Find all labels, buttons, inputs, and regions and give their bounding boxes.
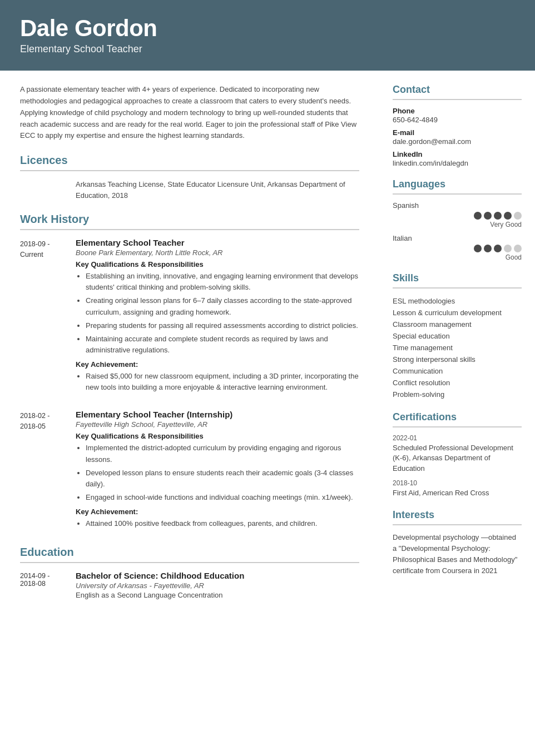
education-section: Education 2014-09 - 2018-08 Bachelor of … <box>20 546 359 599</box>
contact-divider <box>393 99 522 100</box>
certifications-divider <box>393 426 522 427</box>
edu-date-1: 2014-09 - 2018-08 <box>20 571 76 599</box>
lang-level-italian: Good <box>393 253 522 261</box>
work-job-title-2: Elementary School Teacher (Internship) <box>76 410 359 419</box>
contact-title: Contact <box>393 84 522 96</box>
cert-date-1: 2022-01 <box>393 434 522 442</box>
contact-section: Contact Phone 650-642-4849 E-mail dale.g… <box>393 84 522 167</box>
education-title: Education <box>20 546 359 559</box>
email-label: E-mail <box>393 128 522 137</box>
dot-1 <box>474 212 482 220</box>
skill-item: Strong interpersonal skills <box>393 354 522 365</box>
work-history-section: Work History 2018-09 - Current Elementar… <box>20 213 359 534</box>
interests-section: Interests Developmental psychology —obta… <box>393 509 522 577</box>
candidate-name: Dale Gordon <box>20 16 515 41</box>
edu-content-1: Bachelor of Science: Childhood Education… <box>76 571 359 599</box>
work-achieve-list-2: Attained 100% positive feedback from col… <box>86 518 359 529</box>
summary-text: A passionate elementary teacher with 4+ … <box>20 84 359 142</box>
lang-dots-spanish <box>393 212 522 220</box>
list-item: Maintaining accurate and complete studen… <box>86 334 359 356</box>
work-resp-label-2: Key Qualifications & Responsibilities <box>76 432 359 440</box>
dot-2 <box>484 245 492 252</box>
licences-title: Licences <box>20 154 359 167</box>
licence-entry: Arkansas Teaching License, State Educato… <box>76 179 359 201</box>
certifications-title: Certifications <box>393 411 522 423</box>
skill-item: Classroom management <box>393 319 522 330</box>
work-resp-label-1: Key Qualifications & Responsibilities <box>76 260 359 268</box>
list-item: Developed lesson plans to ensure student… <box>86 467 359 490</box>
left-column: A passionate elementary teacher with 4+ … <box>0 71 379 625</box>
summary-section: A passionate elementary teacher with 4+ … <box>20 84 359 142</box>
licences-divider <box>20 170 359 171</box>
work-achieve-list-1: Raised $5,000 for new classroom equipmen… <box>86 371 359 393</box>
cert-name-1: Scheduled Professional Development (K-6)… <box>393 443 522 474</box>
interests-text: Developmental psychology —obtained a "De… <box>393 532 522 577</box>
list-item: Creating original lesson plans for 6–7 d… <box>86 295 359 317</box>
phone-label: Phone <box>393 107 522 115</box>
work-job-title-1: Elementary School Teacher <box>76 238 359 247</box>
lang-level-spanish: Very Good <box>393 221 522 228</box>
cert-date-2: 2018-10 <box>393 479 522 487</box>
skills-title: Skills <box>393 272 522 284</box>
cert-name-2: First Aid, American Red Cross <box>393 488 522 498</box>
certifications-section: Certifications 2022-01 Scheduled Profess… <box>393 411 522 498</box>
dot-2 <box>484 212 492 220</box>
skill-item: Conflict resolution <box>393 377 522 389</box>
work-resp-list-2: Implemented the district-adopted curricu… <box>86 442 359 503</box>
work-content-1: Elementary School Teacher Boone Park Ele… <box>76 238 359 397</box>
right-column: Contact Phone 650-642-4849 E-mail dale.g… <box>379 71 535 625</box>
list-item: Implemented the district-adopted curricu… <box>86 442 359 465</box>
education-divider <box>20 562 359 563</box>
skill-item: Special education <box>393 330 522 342</box>
cert-entry-1: 2022-01 Scheduled Professional Developme… <box>393 434 522 474</box>
work-date-2: 2018-02 - 2018-05 <box>20 410 76 534</box>
skill-item: Problem-solving <box>393 389 522 400</box>
languages-section: Languages Spanish Very Good Italian <box>393 178 522 261</box>
linkedin-label: LinkedIn <box>393 150 522 158</box>
work-entry-1: 2018-09 - Current Elementary School Teac… <box>20 238 359 397</box>
phone-value: 650-642-4849 <box>393 116 522 124</box>
work-history-title: Work History <box>20 213 359 226</box>
email-value: dale.gordon@email.com <box>393 137 522 146</box>
lang-entry-spanish: Spanish Very Good <box>393 201 522 228</box>
main-layout: A passionate elementary teacher with 4+ … <box>0 71 535 625</box>
skills-divider <box>393 287 522 289</box>
skill-item: Lesson & curriculum development <box>393 307 522 319</box>
edu-detail-1: English as a Second Language Concentrati… <box>76 591 359 599</box>
work-achieve-label-2: Key Achievement: <box>76 508 359 516</box>
dot-4 <box>504 245 512 252</box>
edu-entry-1: 2014-09 - 2018-08 Bachelor of Science: C… <box>20 571 359 599</box>
work-history-divider <box>20 229 359 230</box>
interests-title: Interests <box>393 509 522 521</box>
work-date-1: 2018-09 - Current <box>20 238 76 397</box>
list-item: Raised $5,000 for new classroom equipmen… <box>86 371 359 393</box>
dot-5 <box>514 212 522 220</box>
languages-title: Languages <box>393 178 522 190</box>
work-company-1: Boone Park Elementary, North Little Rock… <box>76 248 359 257</box>
edu-school-1: University of Arkansas - Fayetteville, A… <box>76 581 359 590</box>
list-item: Preparing students for passing all requi… <box>86 320 359 331</box>
edu-degree-1: Bachelor of Science: Childhood Education <box>76 571 359 580</box>
candidate-title: Elementary School Teacher <box>20 43 515 55</box>
languages-divider <box>393 193 522 195</box>
lang-name-spanish: Spanish <box>393 201 522 210</box>
lang-dots-italian <box>393 245 522 252</box>
dot-3 <box>494 245 502 252</box>
header: Dale Gordon Elementary School Teacher <box>0 0 535 71</box>
licences-section: Licences Arkansas Teaching License, Stat… <box>20 154 359 201</box>
dot-4 <box>504 212 512 220</box>
cert-entry-2: 2018-10 First Aid, American Red Cross <box>393 479 522 498</box>
work-company-2: Fayetteville High School, Fayetteville, … <box>76 420 359 429</box>
skills-section: Skills ESL methodologies Lesson & curric… <box>393 272 522 400</box>
skill-item: ESL methodologies <box>393 295 522 307</box>
lang-entry-italian: Italian Good <box>393 234 522 261</box>
list-item: Attained 100% positive feedback from col… <box>86 518 359 529</box>
work-resp-list-1: Establishing an inviting, innovative, an… <box>86 271 359 356</box>
dot-3 <box>494 212 502 220</box>
work-entry-2: 2018-02 - 2018-05 Elementary School Teac… <box>20 410 359 534</box>
list-item: Establishing an inviting, innovative, an… <box>86 271 359 293</box>
dot-1 <box>474 245 482 252</box>
interests-divider <box>393 524 522 525</box>
work-achieve-label-1: Key Achievement: <box>76 360 359 369</box>
work-content-2: Elementary School Teacher (Internship) F… <box>76 410 359 534</box>
